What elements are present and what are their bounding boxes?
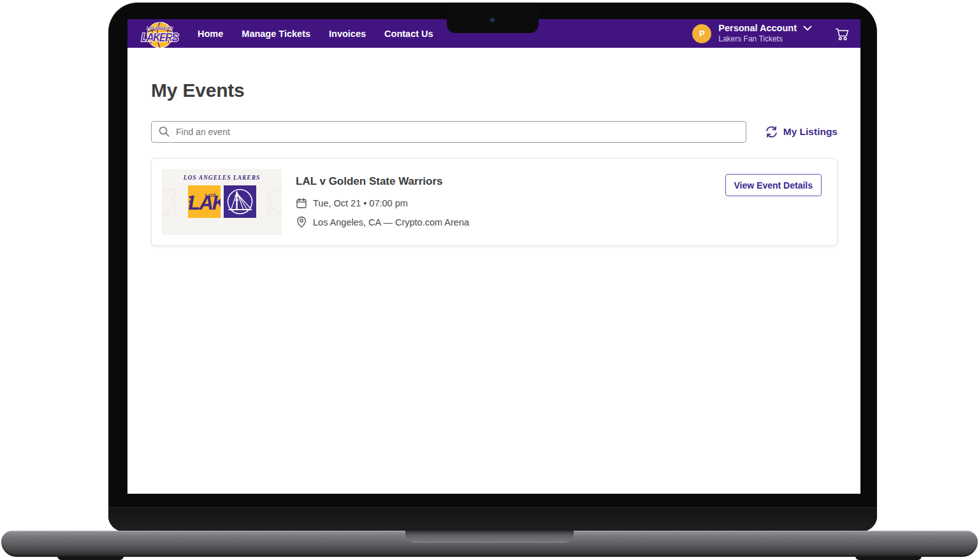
refresh-icon — [765, 126, 778, 138]
lakers-square-logo: LOS. LAK — [188, 185, 221, 218]
account-subtitle: Lakers Fan Tickets — [718, 35, 812, 43]
event-location-row: Los Angeles, CA — Crypto.com Arena — [296, 216, 469, 228]
location-pin-icon — [296, 216, 307, 228]
page: LOS ANGELES LAKERS Home Manage Tickets I… — [0, 0, 979, 560]
my-listings-label: My Listings — [783, 126, 838, 138]
lakers-logo[interactable]: LOS ANGELES LAKERS — [140, 20, 180, 50]
event-title: LAL v Golden State Warriors — [296, 175, 469, 188]
avatar: P — [692, 24, 711, 43]
event-datetime: Tue, Oct 21 • 07:00 pm — [313, 198, 408, 208]
search-input[interactable] — [151, 121, 746, 143]
thumbnail-logos: LOS. LAK — [162, 185, 282, 218]
lakers-lak-text: LAK — [189, 193, 221, 213]
account-menu[interactable]: P Personal Account Lakers Fan Tickets — [692, 24, 812, 43]
cart-icon — [834, 26, 850, 41]
chevron-down-icon — [803, 25, 812, 31]
main-content: My Events — [127, 80, 860, 246]
event-card: LOS ANGELES LAKERS LOS. LAK — [151, 158, 838, 246]
warriors-square-logo — [224, 185, 256, 218]
logo-main-text: LAKERS — [141, 31, 179, 43]
nav-item-home[interactable]: Home — [198, 29, 223, 39]
search-box — [151, 121, 746, 143]
event-thumbnail: LOS ANGELES LAKERS LOS. LAK — [162, 169, 282, 235]
nav-item-manage-tickets[interactable]: Manage Tickets — [242, 29, 310, 39]
event-info: LAL v Golden State Warriors Tue, — [296, 169, 469, 228]
account-name: Personal Account — [718, 24, 797, 34]
laptop-hinge — [108, 507, 877, 531]
thumbnail-title: LOS ANGELES LAKERS — [162, 175, 282, 181]
cart-button[interactable] — [834, 26, 850, 41]
laptop-lid: LOS ANGELES LAKERS Home Manage Tickets I… — [108, 3, 877, 531]
laptop-screen: LOS ANGELES LAKERS Home Manage Tickets I… — [127, 19, 860, 494]
logo-top-text: LOS ANGELES — [147, 26, 173, 30]
event-datetime-row: Tue, Oct 21 • 07:00 pm — [296, 197, 469, 209]
lakers-logo-icon: LOS ANGELES LAKERS — [140, 20, 180, 50]
laptop-lid-groove — [405, 531, 574, 543]
search-row: My Listings — [151, 121, 838, 143]
laptop-notch — [447, 3, 539, 33]
nav-item-contact-us[interactable]: Contact Us — [384, 29, 433, 39]
account-text: Personal Account Lakers Fan Tickets — [718, 24, 812, 43]
calendar-icon — [296, 197, 307, 209]
view-event-details-button[interactable]: View Event Details — [725, 174, 822, 196]
my-listings-link[interactable]: My Listings — [765, 126, 838, 138]
nav-item-invoices[interactable]: Invoices — [329, 29, 366, 39]
page-title: My Events — [151, 80, 838, 101]
event-location: Los Angeles, CA — Crypto.com Arena — [313, 217, 469, 227]
nav-links: Home Manage Tickets Invoices Contact Us — [198, 29, 433, 39]
laptop-base — [1, 531, 978, 557]
webcam — [490, 18, 495, 23]
